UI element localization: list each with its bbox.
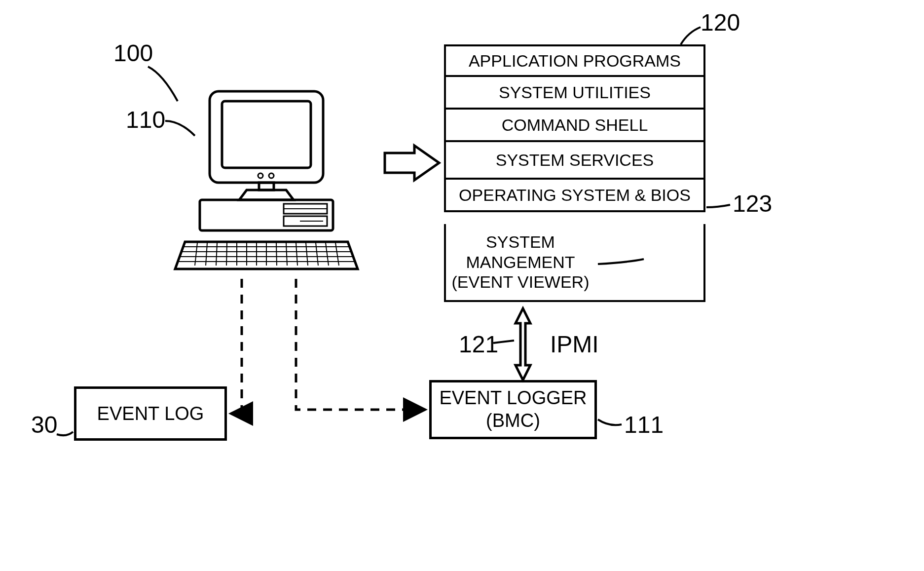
label-111: 111 bbox=[624, 411, 664, 438]
computer-icon bbox=[173, 89, 360, 296]
event-log-box: EVENT LOG bbox=[74, 386, 227, 441]
label-120: 120 bbox=[701, 9, 740, 36]
label-ipmi: IPMI bbox=[550, 331, 599, 358]
stack-row-utilities: SYSTEM UTILITIES bbox=[444, 77, 705, 110]
svg-line-28 bbox=[335, 243, 339, 266]
svg-line-15 bbox=[206, 243, 207, 266]
svg-point-2 bbox=[258, 173, 263, 178]
event-logger-box: EVENT LOGGER (BMC) bbox=[429, 380, 597, 439]
stack-row-os: OPERATING SYSTEM & BIOS bbox=[444, 180, 705, 212]
event-logger-text: EVENT LOGGER (BMC) bbox=[439, 387, 587, 432]
svg-line-24 bbox=[296, 243, 297, 266]
system-management-text: SYSTEM MANGEMENT (EVENT VIEWER) bbox=[452, 232, 590, 292]
stack-row-shell: COMMAND SHELL bbox=[444, 110, 705, 142]
svg-line-17 bbox=[226, 243, 227, 266]
event-log-text: EVENT LOG bbox=[97, 403, 204, 424]
software-stack: APPLICATION PROGRAMS SYSTEM UTILITIES CO… bbox=[444, 44, 705, 212]
svg-line-22 bbox=[276, 243, 277, 266]
label-121: 121 bbox=[459, 331, 498, 358]
svg-line-27 bbox=[326, 243, 329, 266]
stack-row-apps: APPLICATION PROGRAMS bbox=[444, 44, 705, 77]
label-110: 110 bbox=[126, 106, 165, 133]
system-management-box: SYSTEM MANGEMENT (EVENT VIEWER) bbox=[444, 224, 597, 302]
svg-line-23 bbox=[286, 243, 287, 266]
svg-line-26 bbox=[316, 243, 318, 266]
label-123: 123 bbox=[733, 190, 772, 217]
svg-line-14 bbox=[195, 243, 197, 266]
label-100: 100 bbox=[113, 39, 153, 67]
svg-line-16 bbox=[216, 243, 217, 266]
stack-bottom-blank bbox=[595, 224, 705, 302]
svg-line-25 bbox=[306, 243, 308, 266]
stack-row-services: SYSTEM SERVICES bbox=[444, 142, 705, 180]
svg-rect-1 bbox=[222, 101, 311, 168]
label-30: 30 bbox=[31, 411, 57, 438]
svg-point-3 bbox=[269, 173, 274, 178]
